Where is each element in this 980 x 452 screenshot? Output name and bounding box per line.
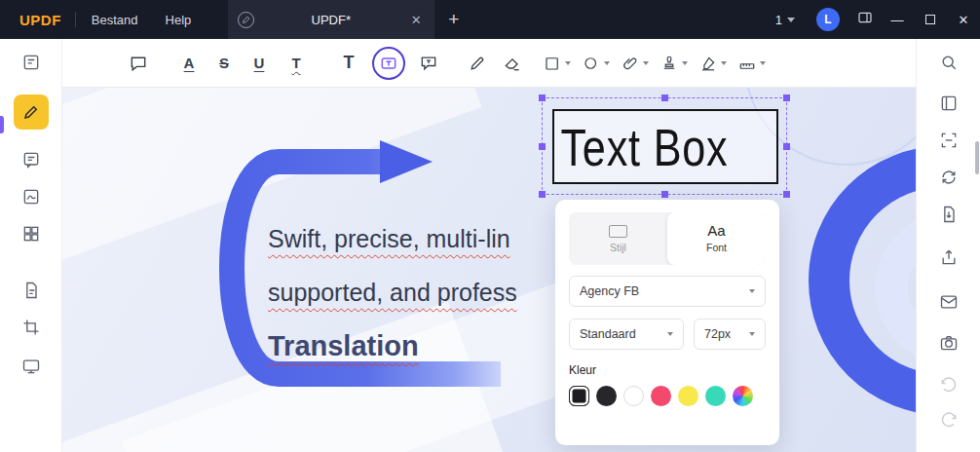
squiggly-tool[interactable]: T	[283, 49, 310, 78]
color-label: Kleur	[569, 363, 766, 377]
search-icon[interactable]	[938, 52, 960, 73]
swatch-red[interactable]	[651, 386, 671, 406]
app-logo: UPDF	[19, 12, 61, 28]
tab-title: UPDF*	[254, 13, 407, 27]
underline-glyph: U	[254, 55, 265, 71]
email-icon[interactable]	[938, 291, 960, 313]
page-edit-icon[interactable]	[20, 280, 42, 301]
strikethrough-tool[interactable]: S	[210, 49, 238, 78]
chevron-down-icon	[721, 61, 727, 65]
page-indicator[interactable]: 1	[775, 13, 795, 27]
callout-tool[interactable]	[415, 49, 442, 78]
shape-ellipse-tool[interactable]	[583, 49, 610, 78]
menu-file[interactable]: Bestand	[92, 13, 138, 27]
compress-icon[interactable]	[938, 204, 960, 225]
textbox-content[interactable]: Text Box	[554, 117, 728, 177]
swatch-white[interactable]	[623, 386, 644, 406]
tab-style-label: Stijl	[610, 242, 626, 253]
shape-rect-tool[interactable]	[544, 49, 571, 78]
redo-icon[interactable]	[938, 410, 960, 432]
swatch-rainbow[interactable]	[733, 386, 753, 406]
resize-handle-nw[interactable]	[539, 94, 546, 101]
font-size-value: 72px	[704, 327, 731, 341]
text-tool[interactable]: T	[335, 49, 362, 78]
undo-icon[interactable]	[938, 375, 960, 396]
view-mode-icon[interactable]	[20, 52, 42, 73]
font-size-select[interactable]: 72px	[694, 319, 766, 350]
comment-tool[interactable]	[125, 49, 152, 78]
chevron-down-icon	[682, 61, 688, 65]
menu-help[interactable]: Help	[166, 13, 192, 27]
squiggly-glyph: T	[291, 55, 300, 71]
pencil-tool[interactable]	[464, 49, 491, 78]
convert-icon[interactable]	[938, 167, 960, 188]
resize-handle-n[interactable]	[661, 94, 668, 101]
document-tab[interactable]: UPDF* ✕	[228, 0, 434, 39]
resize-handle-ne[interactable]	[783, 94, 790, 101]
tab-style[interactable]: Stijl	[569, 212, 667, 265]
page-panel-icon[interactable]	[938, 93, 960, 114]
color-swatches	[569, 386, 766, 406]
minimize-button[interactable]: —	[881, 0, 914, 39]
ocr-icon[interactable]	[938, 130, 960, 151]
attachment-tool[interactable]	[622, 49, 649, 78]
share-icon[interactable]	[938, 246, 960, 268]
chevron-down-icon	[787, 18, 795, 22]
resize-handle-e[interactable]	[783, 143, 790, 150]
underline-tool[interactable]: U	[245, 49, 273, 78]
edit-mode-icon	[238, 12, 254, 28]
document-text: Swift, precise, multi-lin supported, and…	[268, 212, 517, 373]
swatch-teal[interactable]	[705, 386, 726, 406]
chevron-down-icon	[643, 61, 649, 65]
screenshot-icon[interactable]	[938, 332, 960, 354]
text-box-tool[interactable]	[372, 47, 405, 80]
resize-handle-s[interactable]	[661, 191, 668, 198]
resize-handle-sw[interactable]	[539, 191, 546, 198]
measure-tool[interactable]	[738, 49, 766, 78]
highlight-glyph: A	[184, 55, 195, 71]
scrollbar-thumb[interactable]	[975, 141, 979, 174]
strikethrough-glyph: S	[219, 55, 229, 71]
textbox-selection[interactable]: Text Box	[542, 97, 787, 195]
pdf-canvas[interactable]: Swift, precise, multi-lin supported, and…	[62, 88, 916, 452]
collapse-panel-icon[interactable]	[857, 10, 873, 29]
font-style-select[interactable]: Standaard	[569, 319, 684, 350]
tab-close-icon[interactable]: ✕	[407, 13, 425, 27]
swatch-black-selected[interactable]	[569, 386, 589, 406]
maximize-button[interactable]	[914, 0, 947, 39]
text-glyph: T	[344, 53, 355, 73]
resize-handle-se[interactable]	[783, 191, 790, 198]
comment-icon[interactable]	[20, 149, 42, 170]
page-number: 1	[775, 13, 782, 27]
swatch-dark[interactable]	[596, 386, 617, 406]
stamp-tool[interactable]	[660, 49, 688, 78]
font-style-value: Standaard	[580, 327, 636, 341]
new-tab-button[interactable]: +	[448, 9, 459, 30]
font-family-select[interactable]: Agency FB	[569, 276, 766, 307]
slideshow-icon[interactable]	[20, 356, 42, 377]
panel-tabs: Stijl Aa Font	[569, 212, 766, 265]
style-rect-icon	[609, 225, 627, 238]
left-sidebar	[0, 39, 62, 452]
resize-handle-w[interactable]	[539, 143, 546, 150]
annotation-toolbar: A S U T T	[62, 39, 916, 88]
tab-font[interactable]: Aa Font	[667, 212, 766, 265]
textbox-border[interactable]: Text Box	[552, 109, 778, 184]
active-tool-indicator	[0, 116, 4, 133]
signature-tool[interactable]	[699, 49, 727, 78]
font-family-value: Agency FB	[580, 284, 639, 298]
highlight-tool[interactable]: A	[175, 49, 203, 78]
chevron-down-icon	[565, 61, 571, 65]
organize-pages-icon[interactable]	[20, 223, 42, 245]
chevron-down-icon	[667, 332, 673, 336]
swatch-yellow[interactable]	[678, 386, 698, 406]
eraser-tool[interactable]	[499, 49, 526, 78]
crop-icon[interactable]	[20, 317, 42, 338]
edit-pdf-icon[interactable]	[14, 94, 49, 130]
close-button[interactable]: ✕	[947, 0, 980, 39]
doc-heading: Translation	[268, 330, 419, 361]
chevron-down-icon	[749, 289, 755, 293]
avatar[interactable]: L	[816, 8, 840, 31]
fill-sign-icon[interactable]	[20, 186, 42, 207]
chevron-down-icon	[749, 332, 755, 336]
